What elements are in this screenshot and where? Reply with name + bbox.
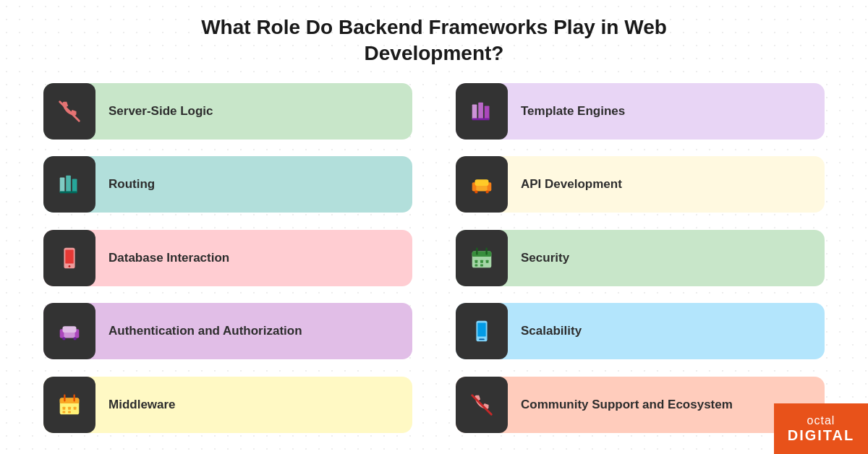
card-server-side-logic: Server-Side Logic: [43, 83, 412, 140]
svg-rect-35: [479, 339, 485, 340]
svg-rect-19: [472, 251, 492, 257]
octal-text: octal: [807, 414, 835, 427]
svg-rect-12: [475, 180, 489, 187]
svg-rect-13: [475, 191, 478, 194]
community-support-label: Community Support and Ecosystem: [521, 397, 733, 413]
card-routing: Routing: [43, 156, 412, 213]
security-icon-box: [456, 230, 508, 286]
authentication-icon-box: [43, 303, 95, 359]
calendar-icon: [468, 244, 495, 272]
server-side-logic-icon-box: [43, 83, 95, 140]
card-authentication: Authentication and Authorization: [43, 303, 412, 359]
phone-slash-icon: [56, 98, 83, 125]
octal-digital-badge: octal DIGITAL: [774, 403, 868, 454]
authentication-label: Authentication and Authorization: [109, 323, 302, 339]
svg-rect-2: [478, 102, 483, 119]
card-database-interaction: Database Interaction: [43, 230, 412, 286]
card-template-engines: Template Engines: [456, 83, 825, 140]
middleware-icon-box: [43, 377, 95, 433]
svg-rect-41: [68, 406, 71, 409]
page-title: What Role Do Backend Frameworks Play in …: [43, 14, 825, 67]
svg-rect-7: [72, 179, 77, 193]
svg-rect-32: [74, 338, 77, 340]
svg-rect-5: [60, 178, 65, 193]
svg-point-17: [69, 265, 71, 267]
auth-sofa-icon: [56, 317, 83, 345]
cards-grid: Server-Side Logic Template Engines: [43, 83, 825, 440]
svg-rect-44: [68, 411, 71, 413]
template-engines-icon-box: [456, 83, 508, 140]
scalability-icon-box: [456, 303, 508, 359]
sofa-icon: [468, 171, 495, 198]
svg-rect-34: [477, 323, 485, 337]
svg-rect-1: [472, 104, 477, 119]
svg-rect-22: [475, 260, 478, 263]
svg-rect-6: [66, 176, 71, 193]
community-support-icon-box: [456, 377, 508, 433]
routing-books-icon: [56, 171, 83, 198]
api-development-label: API Development: [521, 176, 622, 192]
svg-rect-8: [60, 192, 77, 194]
database-interaction-icon-box: [43, 230, 95, 286]
template-engines-label: Template Engines: [521, 103, 625, 119]
card-scalability: Scalability: [456, 303, 825, 359]
svg-rect-4: [472, 118, 490, 120]
svg-rect-40: [63, 406, 66, 409]
card-middleware: Middleware: [43, 377, 412, 433]
svg-rect-30: [63, 326, 77, 333]
svg-rect-31: [63, 338, 66, 340]
svg-rect-42: [74, 406, 77, 409]
database-interaction-label: Database Interaction: [109, 250, 229, 266]
digital-text: DIGITAL: [788, 427, 855, 444]
card-security: Security: [456, 230, 825, 286]
svg-rect-3: [485, 106, 490, 119]
routing-icon-box: [43, 156, 95, 213]
routing-label: Routing: [109, 176, 155, 192]
card-community-support: Community Support and Ecosystem: [456, 377, 825, 433]
svg-rect-14: [486, 191, 489, 194]
books-icon: [468, 98, 495, 125]
card-api-development: API Development: [456, 156, 825, 213]
mobile-alt-icon: [468, 317, 495, 345]
scalability-label: Scalability: [521, 323, 582, 339]
svg-rect-25: [475, 264, 478, 266]
middleware-calendar-icon: [56, 391, 83, 419]
svg-rect-24: [486, 260, 489, 263]
svg-rect-23: [480, 260, 483, 263]
svg-rect-26: [480, 264, 483, 266]
svg-rect-16: [65, 249, 73, 263]
middleware-label: Middleware: [109, 397, 176, 413]
api-development-icon-box: [456, 156, 508, 213]
security-label: Security: [521, 250, 569, 266]
server-side-logic-label: Server-Side Logic: [109, 103, 213, 119]
mobile-icon: [56, 244, 83, 272]
community-phone-icon: [468, 391, 495, 419]
svg-rect-43: [63, 411, 66, 413]
svg-rect-37: [60, 398, 80, 403]
